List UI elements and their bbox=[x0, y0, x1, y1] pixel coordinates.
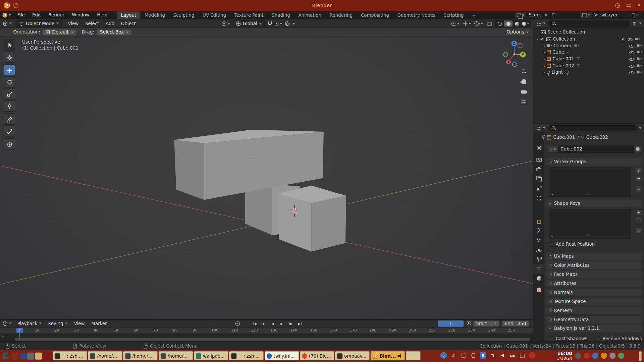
timeline-editor-type-button[interactable] bbox=[0, 321, 14, 326]
jump-to-end-button[interactable]: ▶ bbox=[297, 320, 303, 326]
tray-icon[interactable] bbox=[584, 353, 590, 359]
tab-physics[interactable] bbox=[534, 245, 544, 255]
current-frame-indicator[interactable]: 1 bbox=[16, 328, 23, 333]
timeline-expand-arrow[interactable]: » bbox=[1, 334, 4, 338]
transform-orientation-dropdown[interactable]: Global bbox=[233, 20, 265, 27]
receive-shadows-checkbox[interactable] bbox=[596, 337, 600, 341]
view-layer-name-field[interactable]: ViewLayer bbox=[592, 12, 630, 18]
next-keyframe-button[interactable]: ▶ bbox=[287, 320, 294, 326]
tab-object[interactable] bbox=[534, 217, 544, 227]
add-shape-key-button[interactable]: + bbox=[635, 209, 642, 215]
previous-keyframe-button[interactable]: ◀ bbox=[260, 320, 267, 326]
info-tray-icon[interactable]: i bbox=[440, 352, 447, 359]
overlays-dropdown[interactable] bbox=[474, 21, 483, 26]
launcher-icon[interactable] bbox=[11, 353, 18, 360]
record-button[interactable] bbox=[234, 320, 241, 326]
panel-vertex-groups[interactable]: Vertex Groups bbox=[546, 158, 643, 166]
browse-view-layer-button[interactable] bbox=[580, 12, 592, 18]
tray-icon[interactable] bbox=[601, 353, 607, 359]
workspace-tab-rendering[interactable]: Rendering bbox=[325, 11, 357, 19]
tab-world[interactable] bbox=[534, 193, 544, 203]
outliner-item-scene-collection[interactable]: Scene Collection bbox=[533, 29, 644, 36]
shape-key-specials-button[interactable] bbox=[635, 227, 642, 233]
tray-icon[interactable] bbox=[575, 353, 581, 359]
taskbar-window-wallpaper[interactable]: wallpap... bbox=[194, 351, 228, 360]
viewport-scene[interactable]: Z Y X bbox=[0, 37, 533, 319]
workspace-tab-scripting[interactable]: Scripting bbox=[440, 11, 468, 19]
render-visibility-icon[interactable] bbox=[636, 70, 642, 75]
tab-modifiers[interactable] bbox=[534, 226, 544, 236]
workspace-tab-texture-paint[interactable]: Texture Paint bbox=[230, 11, 267, 19]
move-tool[interactable] bbox=[4, 65, 15, 75]
outliner-editor-type-button[interactable] bbox=[536, 21, 546, 26]
panel-face-maps[interactable]: Face Maps bbox=[546, 270, 643, 278]
breadcrumb-data[interactable]: Cube.002 bbox=[586, 135, 608, 140]
volume-tray-icon[interactable] bbox=[499, 352, 506, 359]
auto-keying-button[interactable] bbox=[467, 321, 471, 327]
panel-remesh[interactable]: Remesh bbox=[546, 307, 643, 314]
tab-particles[interactable] bbox=[534, 236, 544, 245]
cursor-tool[interactable] bbox=[4, 52, 15, 62]
render-visibility-icon[interactable] bbox=[635, 37, 640, 42]
options-dropdown[interactable]: Options bbox=[506, 29, 528, 35]
fake-user-button[interactable] bbox=[634, 146, 642, 153]
collapse-icon[interactable]: ▾ bbox=[536, 37, 540, 41]
tab-view-layer[interactable] bbox=[534, 174, 544, 183]
launcher-icon[interactable] bbox=[35, 353, 42, 360]
add-cube-tool[interactable] bbox=[4, 139, 15, 149]
taskbar-window-empty[interactable] bbox=[406, 351, 421, 360]
mouse-tray-icon[interactable] bbox=[470, 352, 477, 359]
pivot-point-dropdown[interactable] bbox=[222, 21, 230, 26]
xray-toggle[interactable] bbox=[487, 21, 492, 25]
object-types-visibility-dropdown[interactable] bbox=[450, 21, 460, 26]
proportional-falloff-dropdown[interactable] bbox=[292, 23, 295, 24]
hide-eye-icon[interactable] bbox=[629, 63, 634, 68]
expand-icon[interactable]: ▸ bbox=[543, 70, 547, 74]
display-tray-icon[interactable] bbox=[519, 352, 526, 359]
measure-tool[interactable] bbox=[4, 126, 15, 136]
launcher-icon[interactable] bbox=[20, 353, 27, 360]
expand-icon[interactable]: ▸ bbox=[543, 57, 547, 61]
workspace-add-tab[interactable]: + bbox=[468, 11, 480, 19]
timeline-ruler[interactable]: 10 20 30 40 50 60 70 80 90 100 110 120 1… bbox=[0, 327, 533, 334]
outliner-search-input[interactable] bbox=[548, 20, 630, 26]
list-resize-grip[interactable]: ∷∷ bbox=[585, 192, 591, 196]
outliner-filter-dropdown[interactable] bbox=[639, 22, 641, 24]
workspace-tab-uv-editing[interactable]: UV Editing bbox=[199, 11, 230, 19]
tab-render[interactable] bbox=[534, 155, 544, 165]
shading-wireframe-button[interactable] bbox=[495, 20, 504, 26]
menu-render[interactable]: Render bbox=[45, 11, 68, 19]
taskbar-window-terminal[interactable]: ~ : zsh ... bbox=[53, 351, 87, 360]
unlink-scene-icon[interactable]: × bbox=[544, 13, 548, 17]
gizmos-dropdown[interactable] bbox=[463, 21, 471, 26]
snap-target-dropdown[interactable] bbox=[275, 22, 282, 25]
cube-002-object[interactable] bbox=[278, 185, 346, 251]
navigation-gizmo[interactable]: Z Y X bbox=[503, 41, 526, 67]
gear-icon[interactable] bbox=[13, 3, 18, 8]
workspace-tab-geometry-nodes[interactable]: Geometry Nodes bbox=[393, 11, 439, 19]
music-tray-icon[interactable]: ♪ bbox=[450, 352, 457, 359]
list-filter-toggle[interactable]: ▸ bbox=[550, 234, 554, 238]
shading-material-button[interactable] bbox=[513, 20, 521, 26]
zoom-button[interactable] bbox=[519, 67, 528, 76]
app-grid-icon[interactable] bbox=[2, 353, 9, 360]
shading-rendered-button[interactable] bbox=[521, 20, 530, 26]
tray-icon[interactable] bbox=[609, 353, 615, 359]
current-frame-field[interactable]: 1 bbox=[438, 320, 464, 326]
camera-view-button[interactable] bbox=[519, 87, 528, 97]
workspace-tab-layout[interactable]: Layout bbox=[117, 11, 140, 19]
rotate-tool[interactable] bbox=[4, 77, 15, 87]
jump-to-start-button[interactable]: ◀ bbox=[251, 320, 258, 326]
remove-view-layer-icon[interactable]: × bbox=[637, 13, 640, 17]
mode-dropdown[interactable]: Object Mode bbox=[16, 20, 62, 27]
list-filter-toggle[interactable]: ▸ bbox=[550, 192, 554, 196]
select-box-tool[interactable] bbox=[4, 40, 15, 50]
timeline-menu-marker[interactable]: Marker bbox=[88, 321, 110, 326]
outliner-item-collection[interactable]: ▾ ✓ Collection ✓ bbox=[533, 36, 644, 43]
expand-icon[interactable]: ▸ bbox=[543, 44, 547, 47]
transform-tool[interactable] bbox=[4, 101, 15, 111]
render-visibility-icon[interactable] bbox=[636, 43, 642, 48]
taskbar-window-terminal[interactable]: /home/... bbox=[123, 351, 158, 360]
play-button[interactable]: ▶ bbox=[278, 320, 285, 326]
3d-viewport[interactable]: Z Y X User Perspective (1) Collection | … bbox=[0, 37, 533, 319]
